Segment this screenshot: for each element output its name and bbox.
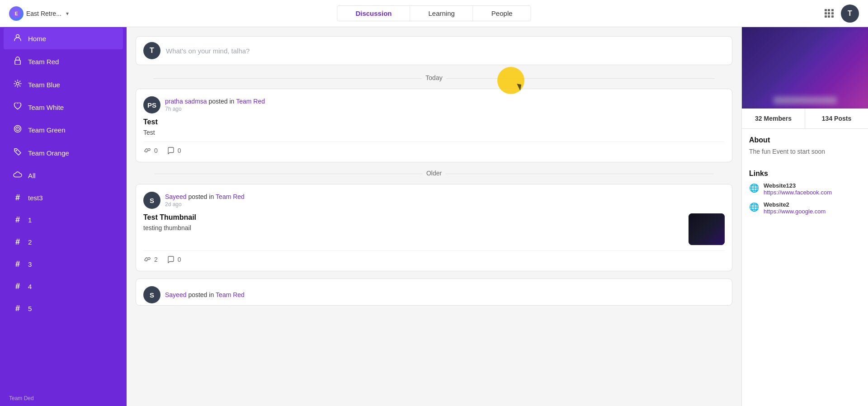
- post-input-avatar: T: [143, 42, 160, 59]
- panel-blurred-text: [774, 97, 837, 104]
- content-area: T What's on your mind, talha? Today PS p…: [127, 27, 868, 406]
- sidebar-item-ch5[interactable]: # 5: [4, 298, 123, 319]
- svg-line-12: [15, 85, 15, 86]
- panel-posts: 134 Posts: [805, 109, 868, 128]
- post-team-link-2[interactable]: Team Red: [216, 193, 245, 200]
- link-item-1: 🌐 Website123 https://www.facebook.com: [749, 182, 861, 196]
- post-title-2: Test Thumbnail: [143, 213, 683, 222]
- sidebar-team-white-label: Team White: [28, 104, 114, 111]
- post-team-link-3[interactable]: Team Red: [216, 291, 245, 298]
- hash-icon-ch1: #: [13, 215, 23, 225]
- tab-discussion[interactable]: Discussion: [337, 6, 410, 21]
- sidebar-ch5-label: 5: [28, 305, 114, 312]
- post-content-with-image-2: Test Thumbnail testing thumbnail ▶: [143, 213, 725, 245]
- sidebar-item-team-blue[interactable]: Team Blue: [4, 74, 123, 95]
- link-content-2: Website2 https://www.google.com: [764, 201, 826, 215]
- hash-icon-ch3: #: [13, 260, 23, 269]
- sidebar-item-team-red[interactable]: Team Red: [4, 51, 123, 72]
- svg-point-16: [16, 150, 17, 151]
- sidebar-item-all[interactable]: All: [4, 165, 123, 186]
- post-meta-2: Sayeed posted in Team Red 2d ago: [165, 193, 725, 208]
- post-header-2: S Sayeed posted in Team Red 2d ago: [143, 192, 725, 209]
- like-button-2[interactable]: 2: [143, 255, 158, 264]
- post-action-3: posted in: [188, 291, 216, 298]
- sidebar-team-blue-label: Team Blue: [28, 81, 114, 89]
- post-title-1: Test: [143, 118, 725, 126]
- post-meta-line-1: pratha sadmsa posted in Team Red: [165, 98, 725, 105]
- post-avatar-1: PS: [143, 96, 160, 113]
- link-item-2: 🌐 Website2 https://www.google.com: [749, 201, 861, 215]
- post-avatar-2: S: [143, 192, 160, 209]
- post-avatar-3: S: [143, 286, 160, 303]
- tab-learning[interactable]: Learning: [410, 6, 473, 21]
- lock-icon: [13, 57, 23, 67]
- tab-people[interactable]: People: [473, 6, 531, 21]
- svg-rect-3: [15, 60, 20, 65]
- header: E East Retre... ▾ Discussion Learning Pe…: [0, 0, 868, 27]
- target-icon: [13, 125, 23, 135]
- person-icon: [13, 33, 23, 44]
- chevron-down-icon: ▾: [66, 10, 69, 17]
- section-divider-older: Older: [136, 170, 732, 177]
- svg-text:E: E: [15, 11, 18, 16]
- comment-count-1: 0: [178, 147, 181, 154]
- sidebar-bottom-label: Team Ded: [0, 391, 127, 406]
- about-text: The fun Event to start soon: [749, 148, 861, 155]
- sidebar-item-ch2[interactable]: # 2: [4, 232, 123, 252]
- post-meta-line-3: Sayeed posted in Team Red: [165, 291, 725, 298]
- org-logo: E: [9, 6, 24, 21]
- posts-count: 134 Posts: [822, 115, 851, 122]
- org-name: East Retre...: [26, 10, 61, 17]
- sidebar-item-ch4[interactable]: # 4: [4, 276, 123, 297]
- comment-button-2[interactable]: 0: [167, 255, 181, 264]
- post-thumbnail-2[interactable]: ▶: [689, 213, 725, 245]
- sidebar-item-home[interactable]: Home: [4, 28, 123, 49]
- heart-icon: [13, 103, 23, 112]
- sidebar-item-ch3[interactable]: # 3: [4, 254, 123, 274]
- panel-members: 32 Members: [742, 109, 805, 128]
- post-author-link-1[interactable]: pratha sadmsa: [165, 98, 207, 105]
- sidebar-item-ch1[interactable]: # 1: [4, 210, 123, 230]
- post-input-area[interactable]: T What's on your mind, talha?: [136, 36, 732, 65]
- link-url-2[interactable]: https://www.google.com: [764, 208, 826, 215]
- sidebar-test3-label: test3: [28, 194, 114, 202]
- post-card-3: S Sayeed posted in Team Red: [136, 279, 732, 306]
- right-panel: 32 Members 134 Posts About The fun Event…: [741, 27, 868, 406]
- apps-grid-icon[interactable]: [825, 9, 834, 18]
- main-layout: Home Team Red Team Blue Team White Team: [0, 27, 868, 406]
- sidebar-item-team-green[interactable]: Team Green: [4, 119, 123, 141]
- panel-about-section: About The fun Event to start soon: [742, 129, 868, 170]
- sun-icon: [13, 80, 23, 90]
- link-url-1[interactable]: https://www.facebook.com: [764, 189, 832, 196]
- sidebar-item-team-white[interactable]: Team White: [4, 97, 123, 118]
- post-author-link-3[interactable]: Sayeed: [165, 291, 186, 298]
- link-name-1: Website123: [764, 182, 832, 189]
- post-card-1: PS pratha sadmsa posted in Team Red 7h a…: [136, 89, 732, 162]
- hash-icon-ch5: #: [13, 304, 23, 313]
- post-meta-3: Sayeed posted in Team Red: [165, 291, 725, 298]
- sidebar-team-red-label: Team Red: [28, 58, 114, 66]
- post-meta-line-2: Sayeed posted in Team Red: [165, 193, 725, 200]
- user-avatar[interactable]: T: [841, 5, 859, 23]
- sidebar: Home Team Red Team Blue Team White Team: [0, 27, 127, 406]
- svg-point-4: [16, 82, 19, 85]
- svg-point-15: [17, 128, 18, 129]
- hash-icon-ch2: #: [13, 237, 23, 247]
- comment-button-1[interactable]: 0: [167, 146, 181, 155]
- svg-line-9: [15, 81, 15, 81]
- link-content-1: Website123 https://www.facebook.com: [764, 182, 832, 196]
- org-selector[interactable]: E East Retre... ▾: [9, 6, 99, 21]
- post-author-link-2[interactable]: Sayeed: [165, 193, 186, 200]
- comment-count-2: 0: [178, 256, 181, 263]
- hash-icon-test3: #: [13, 193, 23, 203]
- links-title: Links: [749, 170, 861, 178]
- post-action-2: posted in: [188, 193, 216, 200]
- post-input-placeholder[interactable]: What's on your mind, talha?: [166, 47, 725, 55]
- sidebar-item-team-orange[interactable]: Team Orange: [4, 142, 123, 164]
- like-button-1[interactable]: 0: [143, 146, 158, 155]
- sidebar-team-green-label: Team Green: [28, 126, 114, 134]
- post-team-link-1[interactable]: Team Red: [236, 98, 265, 105]
- sidebar-item-test3[interactable]: # test3: [4, 188, 123, 208]
- post-body-2: testing thumbnail: [143, 224, 683, 231]
- sidebar-ch1-label: 1: [28, 216, 114, 224]
